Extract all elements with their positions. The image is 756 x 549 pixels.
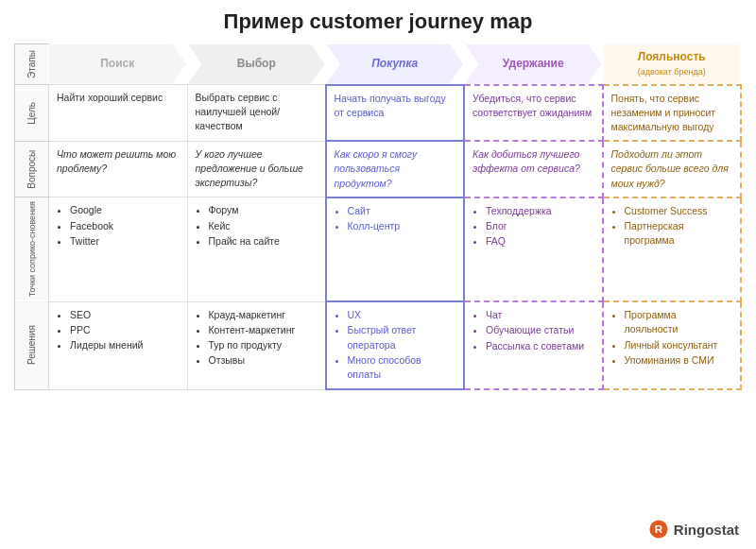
list-item: Программа лояльности [625, 308, 733, 336]
questions-search: Что может решить мою проблему? [49, 141, 188, 197]
ringostat-logo-icon: R [648, 519, 669, 540]
list-item: Отзывы [209, 353, 318, 368]
solutions-purchase: UX Быстрый ответ оператора Много способо… [326, 301, 465, 389]
ringostat-logo-text: Ringostat [674, 522, 739, 538]
list-item: Много способов оплаты [348, 353, 456, 382]
questions-row: Вопросы Что может решить мою проблему? У… [15, 141, 742, 197]
solutions-choice-list: Крауд-маркетинг Контент-маркетинг Тур по… [196, 308, 318, 369]
list-item: UX [348, 308, 456, 322]
touchpoints-retention: Техподдержка Блог FAQ [464, 197, 603, 301]
stage-retention: Удержание [464, 44, 603, 85]
goal-row: Цель Найти хороший сервис Выбрать сервис… [15, 85, 742, 142]
goal-choice: Выбрать сервис с наилучшей ценой/качеств… [187, 85, 326, 142]
touchpoints-purchase-list: Сайт Колл-центр [335, 204, 456, 233]
goal-purchase: Начать получать выгоду от сервиса [326, 85, 465, 142]
list-item: Личный консультант [625, 338, 733, 352]
list-item: Контент-маркетинг [209, 323, 318, 337]
solutions-row: Решения SEO PPC Лидеры мнений Крауд-марк… [15, 301, 742, 389]
touchpoints-row: Точки соприко-сновения Google Facebook T… [15, 197, 742, 301]
questions-retention: Как добиться лучшего эффекта от сервиса? [464, 141, 603, 197]
stage-search: Поиск [49, 44, 188, 85]
ringostat-logo: R Ringostat [648, 519, 739, 540]
row-label-stages: Этапы [15, 44, 49, 85]
list-item: Twitter [70, 234, 180, 249]
list-item: Кейс [209, 219, 318, 233]
list-item: FAQ [486, 234, 594, 249]
stage-purchase: Покупка [326, 44, 465, 85]
row-label-solutions: Решения [15, 301, 49, 389]
stages-row: Этапы Поиск Выбор Покупка [15, 44, 742, 85]
list-item: Customer Success [625, 204, 733, 218]
stage-loyalty: Лояльность (адвокат бренда) [603, 44, 742, 85]
stage-choice-arrow: Выбор [188, 44, 325, 84]
questions-choice: У кого лучшее предложение и больше экспе… [187, 141, 326, 197]
list-item: Колл-центр [348, 219, 456, 233]
list-item: Блог [486, 219, 594, 233]
solutions-retention-list: Чат Обучающие статьи Рассылка с советами [472, 308, 594, 353]
page-title: Пример customer journey map [14, 9, 742, 34]
row-label-goal: Цель [15, 85, 49, 142]
solutions-search: SEO PPC Лидеры мнений [49, 301, 188, 389]
list-item: Сайт [348, 204, 456, 218]
stage-retention-label: Удержание [503, 56, 564, 72]
list-item: Партнерская программа [625, 219, 733, 248]
solutions-search-list: SEO PPC Лидеры мнений [57, 308, 180, 353]
stage-choice: Выбор [187, 44, 326, 85]
stage-purchase-arrow: Покупка [327, 44, 464, 84]
solutions-purchase-list: UX Быстрый ответ оператора Много способо… [335, 308, 456, 382]
list-item: Прайс на сайте [209, 234, 318, 249]
touchpoints-search-list: Google Facebook Twitter [57, 203, 180, 249]
list-item: Google [70, 203, 180, 217]
goal-search: Найти хороший сервис [49, 85, 188, 142]
touchpoints-loyalty: Customer Success Партнерская программа [603, 197, 742, 301]
solutions-loyalty: Программа лояльности Личный консультант … [603, 301, 742, 389]
stage-loyalty-sub: (адвокат бренда) [638, 66, 706, 78]
touchpoints-choice-list: Форум Кейс Прайс на сайте [196, 203, 318, 249]
row-label-touchpoints: Точки соприко-сновения [15, 197, 49, 301]
list-item: Лидеры мнений [70, 338, 180, 352]
list-item: Обучающие статьи [486, 323, 594, 337]
stage-loyalty-arrow: Лояльность (адвокат бренда) [604, 44, 741, 84]
questions-purchase: Как скоро я смогу пользоваться продуктом… [326, 141, 465, 197]
list-item: Крауд-маркетинг [209, 308, 318, 322]
questions-loyalty: Подходит ли этот сервис больше всего для… [603, 141, 742, 197]
list-item: Facebook [70, 219, 180, 233]
stage-retention-arrow: Удержание [465, 44, 602, 84]
list-item: Чат [486, 308, 594, 322]
solutions-retention: Чат Обучающие статьи Рассылка с советами [464, 301, 603, 389]
touchpoints-loyalty-list: Customer Success Партнерская программа [611, 204, 733, 249]
stage-loyalty-label: Лояльность [638, 49, 706, 65]
touchpoints-search: Google Facebook Twitter [49, 197, 188, 301]
stage-search-arrow: Поиск [49, 44, 187, 84]
list-item: SEO [70, 308, 180, 322]
list-item: Упоминания в СМИ [625, 353, 733, 368]
solutions-loyalty-list: Программа лояльности Личный консультант … [611, 308, 733, 368]
list-item: Рассылка с советами [486, 339, 594, 353]
footer: R Ringostat [14, 390, 742, 396]
list-item: Тур по продукту [209, 338, 318, 352]
row-label-questions: Вопросы [15, 141, 49, 197]
list-item: Быстрый ответ оператора [348, 323, 456, 352]
journey-map-table: Этапы Поиск Выбор Покупка [14, 43, 742, 390]
goal-retention: Убедиться, что сервис соответствует ожид… [464, 85, 603, 142]
touchpoints-purchase: Сайт Колл-центр [326, 197, 465, 301]
stage-purchase-label: Покупка [371, 56, 418, 72]
list-item: PPC [70, 323, 180, 337]
stage-search-label: Поиск [100, 56, 134, 72]
solutions-choice: Крауд-маркетинг Контент-маркетинг Тур по… [187, 301, 326, 389]
touchpoints-choice: Форум Кейс Прайс на сайте [187, 197, 326, 301]
list-item: Форум [209, 203, 318, 217]
svg-text:R: R [655, 523, 663, 535]
stage-choice-label: Выбор [237, 56, 276, 72]
touchpoints-retention-list: Техподдержка Блог FAQ [472, 204, 594, 249]
list-item: Техподдержка [486, 204, 594, 218]
goal-loyalty: Понять, что сервис незаменим и приносит … [603, 85, 742, 142]
